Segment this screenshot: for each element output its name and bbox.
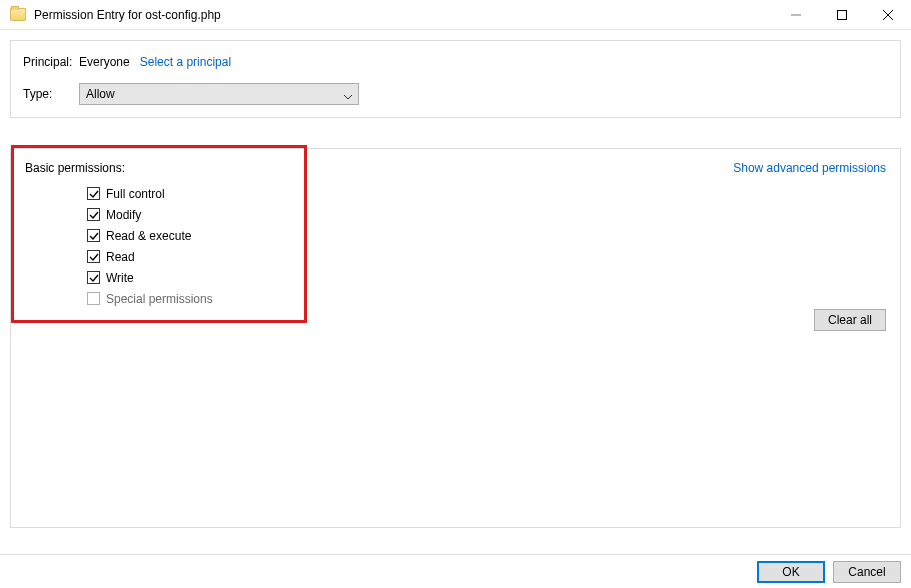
dialog-button-row: OK Cancel xyxy=(0,554,911,588)
permission-item: Modify xyxy=(87,204,886,225)
window-title: Permission Entry for ost-config.php xyxy=(34,8,221,22)
permission-label: Full control xyxy=(106,187,165,201)
select-principal-link[interactable]: Select a principal xyxy=(140,55,231,69)
chevron-down-icon xyxy=(344,90,352,98)
minimize-button[interactable] xyxy=(773,0,819,30)
permission-checkbox xyxy=(87,292,100,305)
principal-type-panel: Principal: Everyone Select a principal T… xyxy=(10,40,901,118)
permission-checkbox[interactable] xyxy=(87,271,100,284)
folder-icon xyxy=(10,8,26,21)
permissions-list: Full controlModifyRead & executeReadWrit… xyxy=(87,183,886,309)
principal-label: Principal: xyxy=(23,55,79,69)
type-selected-value: Allow xyxy=(86,87,115,101)
clear-all-button[interactable]: Clear all xyxy=(814,309,886,331)
svg-rect-1 xyxy=(838,10,847,19)
permission-label: Read & execute xyxy=(106,229,191,243)
permission-label: Special permissions xyxy=(106,292,213,306)
permission-label: Read xyxy=(106,250,135,264)
permission-item: Full control xyxy=(87,183,886,204)
ok-button[interactable]: OK xyxy=(757,561,825,583)
type-select[interactable]: Allow xyxy=(79,83,359,105)
permission-label: Modify xyxy=(106,208,141,222)
ok-button-label: OK xyxy=(782,565,799,579)
cancel-button-label: Cancel xyxy=(848,565,885,579)
titlebar: Permission Entry for ost-config.php xyxy=(0,0,911,30)
type-label: Type: xyxy=(23,87,79,101)
permission-checkbox[interactable] xyxy=(87,229,100,242)
basic-permissions-heading: Basic permissions: xyxy=(25,161,125,175)
show-advanced-permissions-link[interactable]: Show advanced permissions xyxy=(733,161,886,175)
permission-item: Special permissions xyxy=(87,288,886,309)
maximize-button[interactable] xyxy=(819,0,865,30)
permission-item: Write xyxy=(87,267,886,288)
permission-item: Read xyxy=(87,246,886,267)
permission-checkbox[interactable] xyxy=(87,187,100,200)
close-button[interactable] xyxy=(865,0,911,30)
permission-checkbox[interactable] xyxy=(87,208,100,221)
cancel-button[interactable]: Cancel xyxy=(833,561,901,583)
permission-item: Read & execute xyxy=(87,225,886,246)
permission-checkbox[interactable] xyxy=(87,250,100,263)
permissions-panel: Basic permissions: Show advanced permiss… xyxy=(10,148,901,528)
clear-all-label: Clear all xyxy=(828,313,872,327)
permission-label: Write xyxy=(106,271,134,285)
principal-value: Everyone xyxy=(79,55,130,69)
